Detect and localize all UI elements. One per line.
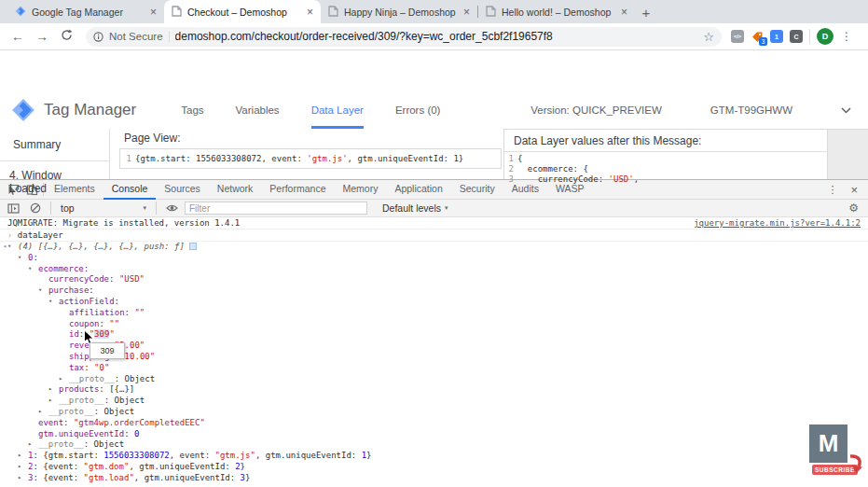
disclosure-triangle-icon[interactable]: ▸ — [28, 439, 38, 451]
extension-c-icon[interactable]: C — [790, 30, 803, 43]
subscribe-arrow-icon — [847, 453, 864, 476]
toolbar-divider — [156, 202, 157, 215]
devtools-tab-application[interactable]: Application — [386, 180, 450, 200]
browser-tab[interactable]: Google Tag Manager× — [7, 0, 164, 23]
disclosure-triangle-icon[interactable]: ▾ — [28, 264, 38, 275]
forward-button[interactable]: → — [32, 29, 52, 44]
devtools-tab-security[interactable]: Security — [451, 180, 503, 200]
profile-avatar[interactable]: D — [817, 28, 834, 45]
gtm-tab-tags[interactable]: Tags — [181, 91, 203, 129]
gtm-header-right: Version: QUICK_PREVIEW GTM-T99GHWW — [530, 104, 851, 116]
gtm-tab-variables[interactable]: Variables — [236, 91, 280, 129]
tag-assistant-icon[interactable]: 3 — [751, 30, 764, 43]
browser-menu-button[interactable]: ⋮ — [837, 30, 856, 43]
console-sidebar-button[interactable] — [4, 199, 22, 217]
devtools-tab-sources[interactable]: Sources — [156, 180, 209, 200]
log-source-link[interactable]: jquery-migrate.min.js?ver=1.4.1:2 — [694, 218, 861, 228]
gtm-debug-body: Summary 4. Window Loaded Page View: 1 {g… — [0, 129, 868, 179]
disclosure-triangle-icon[interactable]: ▾ — [48, 297, 59, 308]
devtools-tab-network[interactable]: Network — [209, 180, 262, 200]
disclosure-triangle-icon[interactable]: ▾ — [38, 285, 48, 297]
reload-button[interactable] — [56, 29, 76, 44]
clear-console-button[interactable] — [26, 199, 45, 217]
devtools-tab-console[interactable]: Console — [103, 180, 157, 200]
disclosure-triangle-icon[interactable]: ▸ — [18, 462, 28, 473]
console-output: JQMIGRATE: Migrate is installed, version… — [0, 217, 868, 487]
console-tree-row[interactable]: ▸__proto__: Object — [0, 407, 868, 418]
log-levels-select[interactable]: Default levels ▾ — [382, 202, 448, 214]
gtm-panel-gutter — [828, 129, 868, 179]
blue-tag-label: 1 — [775, 34, 778, 40]
browser-tab[interactable]: Happy Ninja – Demoshop× — [321, 0, 477, 23]
console-tree-row[interactable]: ▸3: {event: "gtm.load", gtm.uniqueEventI… — [0, 473, 868, 484]
code-segment: event — [38, 418, 63, 427]
gtm-tab-errors-0-[interactable]: Errors (0) — [395, 91, 441, 129]
console-settings-button[interactable]: ⚙ — [848, 202, 864, 215]
tab-close-icon[interactable]: × — [621, 7, 627, 17]
bookmark-star-icon[interactable]: ☆ — [703, 30, 714, 44]
disclosure-triangle-icon[interactable]: ▸ — [18, 451, 28, 462]
array-info-icon — [189, 243, 197, 250]
gtm-tab-data-layer[interactable]: Data Layer — [311, 91, 364, 129]
console-tree-row[interactable]: ▸1: {gtm.start: 1556033308072, event: "g… — [0, 451, 868, 462]
console-tree-row[interactable]: ▸2: {event: "gtm.dom", gtm.uniqueEventId… — [0, 462, 868, 473]
disclosure-triangle-icon[interactable]: ▸ — [59, 374, 69, 385]
address-bar[interactable]: Not Secure demoshop.com/checkout/order-r… — [86, 27, 722, 47]
code-segment: : {event: — [33, 473, 83, 482]
gtm-container-id: GTM-T99GHWW — [710, 104, 792, 116]
devtools-menu-button[interactable]: ⋮ — [820, 184, 844, 196]
code-segment: {gtm.start: 1556033308072, event: — [135, 154, 307, 163]
console-tree-row[interactable]: ▸__proto__: Object — [0, 439, 868, 451]
console-tree-row[interactable]: ▸products: [{…}] — [0, 384, 868, 396]
disclosure-triangle-icon[interactable]: ▸ — [38, 407, 48, 418]
console-tree-row[interactable]: ▸__proto__: Object — [0, 374, 868, 385]
console-tree-row[interactable]: ▾ecommerce: — [0, 264, 868, 275]
url-text[interactable]: demoshop.com/checkout/order-received/309… — [175, 30, 698, 43]
devtools-tabbar-right: ⋮ × — [820, 183, 864, 197]
console-filter-input[interactable] — [185, 202, 367, 215]
code-segment: affiliation — [69, 308, 125, 317]
code-segment: "gtm.js" — [215, 451, 255, 460]
code-segment: currencyCode: — [517, 174, 609, 184]
console-tree-row[interactable]: ▾purchase: — [0, 285, 868, 297]
code-segment: 1556033308072 — [103, 451, 169, 460]
security-label[interactable]: Not Secure — [109, 31, 163, 42]
browser-tab[interactable]: Checkout – Demoshop× — [164, 0, 321, 23]
devtools-panel: ElementsConsoleSourcesNetworkPerformance… — [0, 179, 868, 487]
console-tree-row[interactable]: ◂▾(4) [{…}, {…}, {…}, {…}, push: ƒ] — [0, 242, 868, 253]
tab-close-icon[interactable]: × — [463, 7, 470, 17]
disclosure-triangle-icon[interactable]: ▾ — [18, 253, 28, 264]
extension-blue-tag-icon[interactable]: 1 — [770, 30, 783, 43]
live-expression-button[interactable] — [162, 199, 181, 217]
console-tree-row[interactable]: ▾actionField: — [0, 297, 868, 308]
disclosure-triangle-icon[interactable]: ▸ — [48, 396, 59, 407]
code-segment: { — [517, 154, 522, 163]
tab-close-icon[interactable]: × — [150, 7, 157, 17]
disclosure-triangle-icon[interactable]: ▸ — [48, 384, 59, 396]
tab-close-icon[interactable]: × — [307, 7, 313, 17]
devtools-close-button[interactable]: × — [844, 183, 864, 197]
devtools-tab-memory[interactable]: Memory — [334, 180, 386, 200]
toolbar-divider — [809, 29, 810, 44]
javascript-context-select[interactable]: top ▾ — [57, 202, 150, 214]
back-button[interactable]: ← — [7, 29, 28, 44]
avatar-letter: D — [822, 32, 829, 41]
gtm-favicon-icon — [15, 6, 26, 19]
line-text: { — [517, 154, 522, 164]
console-input-text: dataLayer — [18, 230, 63, 240]
chevron-down-icon[interactable] — [841, 107, 851, 114]
sidebar-item-summary[interactable]: Summary — [0, 136, 109, 160]
disclosure-triangle-icon[interactable]: ▸ — [18, 473, 28, 484]
console-tree-row[interactable]: ▸__proto__: Object — [0, 396, 868, 407]
console-tree-row[interactable]: ▾0: — [0, 253, 868, 264]
sidebar-item-window-loaded[interactable]: 4. Window Loaded — [0, 161, 109, 195]
code-segment: __proto__ — [69, 374, 115, 383]
extension-code-icon[interactable]: </> — [731, 30, 744, 43]
gtm-logo-icon — [11, 98, 35, 122]
disclosure-triangle-icon[interactable]: ▾ — [7, 242, 18, 253]
code-segment: currencyCode — [48, 274, 109, 284]
new-tab-button[interactable]: + — [635, 1, 657, 23]
gtm-version-label: Version: QUICK_PREVIEW — [530, 104, 662, 116]
devtools-tab-performance[interactable]: Performance — [261, 180, 334, 200]
browser-tab[interactable]: Hello world! – Demoshop× — [478, 0, 635, 23]
